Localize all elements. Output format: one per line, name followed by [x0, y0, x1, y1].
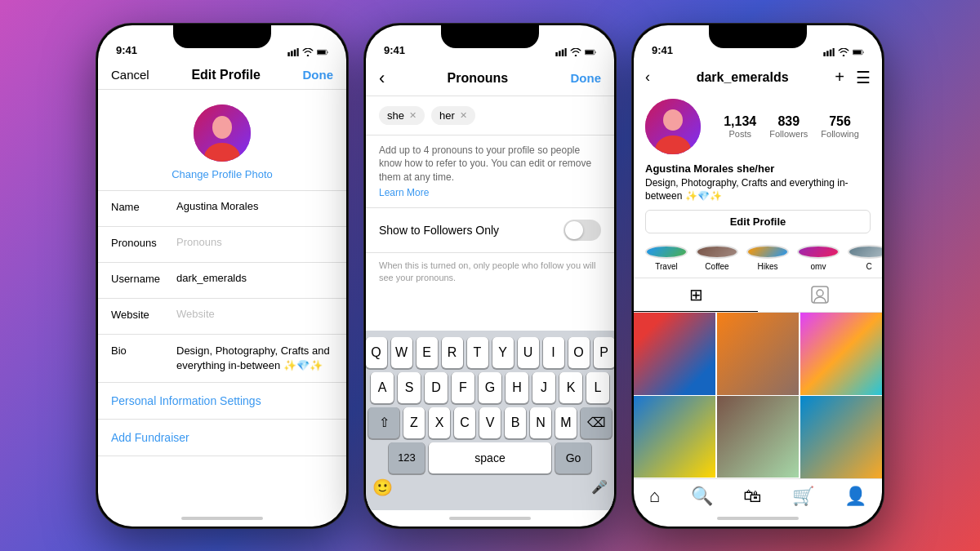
name-field[interactable]: Name Agustina Morales	[98, 191, 346, 227]
key-c[interactable]: C	[454, 407, 475, 438]
key-n[interactable]: N	[530, 407, 551, 438]
grid-photo-2[interactable]	[717, 313, 799, 394]
key-j[interactable]: J	[532, 372, 555, 403]
battery-icon-2	[585, 48, 596, 56]
status-icons-1	[287, 48, 328, 56]
home-indicator-1	[98, 510, 346, 527]
key-123[interactable]: 123	[389, 442, 425, 473]
highlight-hikes[interactable]: Hikes	[746, 245, 789, 271]
remove-she-icon[interactable]: ✕	[409, 110, 416, 121]
add-fundraiser-link[interactable]: Add Fundraiser	[98, 420, 346, 456]
key-o[interactable]: O	[568, 337, 590, 368]
grid-photo-6[interactable]	[800, 396, 882, 478]
chip-she[interactable]: she ✕	[379, 106, 425, 125]
edit-profile-button[interactable]: Edit Profile	[645, 210, 871, 233]
tab-shop-icon[interactable]: 🛍	[743, 486, 761, 507]
grid-tab-posts[interactable]: ⊞	[634, 278, 758, 312]
profile-avatar-image	[645, 99, 701, 154]
key-u[interactable]: U	[518, 337, 539, 368]
key-go[interactable]: Go	[555, 442, 591, 473]
key-t[interactable]: T	[467, 337, 488, 368]
key-m[interactable]: M	[555, 407, 577, 438]
highlight-travel[interactable]: Travel	[645, 245, 688, 271]
status-time-1: 9:41	[116, 44, 137, 56]
highlight-coffee[interactable]: Coffee	[696, 245, 738, 271]
key-a[interactable]: A	[371, 372, 394, 403]
pronouns-done-button[interactable]: Done	[571, 71, 602, 85]
bio-field[interactable]: Bio Design, Photography, Crafts and ever…	[98, 335, 346, 383]
key-d[interactable]: D	[425, 372, 448, 403]
toggle-switch[interactable]	[564, 220, 601, 241]
chip-her-text: her	[439, 109, 455, 122]
battery-icon-3	[853, 48, 864, 56]
pronouns-field[interactable]: Pronouns Pronouns	[98, 227, 346, 263]
svg-rect-20	[853, 50, 862, 53]
grid-tab-tagged[interactable]	[758, 278, 882, 312]
key-h[interactable]: H	[506, 372, 528, 403]
learn-more-link[interactable]: Learn More	[379, 187, 429, 198]
key-s[interactable]: S	[398, 372, 421, 403]
chip-her[interactable]: her ✕	[431, 106, 475, 125]
svg-rect-5	[318, 50, 326, 53]
svg-rect-3	[297, 48, 299, 56]
key-y[interactable]: Y	[492, 337, 514, 368]
key-x[interactable]: X	[429, 407, 450, 438]
profile-back-button[interactable]: ‹	[645, 69, 650, 86]
highlight-omv[interactable]: omv	[797, 245, 840, 271]
status-time-3: 9:41	[652, 44, 673, 56]
grid-tabs: ⊞	[634, 278, 882, 313]
key-r[interactable]: R	[442, 337, 463, 368]
key-k[interactable]: K	[559, 372, 582, 403]
shift-key[interactable]: ⇧	[368, 407, 399, 438]
microphone-key[interactable]: 🎤	[591, 479, 608, 495]
delete-key[interactable]: ⌫	[581, 407, 612, 438]
grid-photo-5[interactable]	[717, 396, 799, 478]
toggle-label: Show to Followers Only	[379, 224, 499, 237]
followers-stat[interactable]: 839 Followers	[769, 114, 808, 139]
menu-icon[interactable]: ☰	[856, 68, 871, 87]
personal-information-settings-link[interactable]: Personal Information Settings	[98, 383, 346, 420]
key-z[interactable]: Z	[403, 407, 425, 438]
tab-profile-icon[interactable]: 👤	[844, 486, 866, 507]
key-v[interactable]: V	[479, 407, 501, 438]
key-w[interactable]: W	[391, 337, 412, 368]
change-profile-photo-button[interactable]: Change Profile Photo	[172, 168, 273, 180]
key-l[interactable]: L	[586, 372, 609, 403]
bio-label: Bio	[111, 344, 176, 357]
add-icon[interactable]: +	[835, 68, 844, 87]
svg-rect-10	[559, 51, 561, 56]
keyboard-bottom-row: 🙂 🎤	[369, 478, 611, 497]
done-button[interactable]: Done	[303, 68, 334, 82]
key-q[interactable]: Q	[366, 337, 387, 368]
highlight-c[interactable]: C	[848, 245, 882, 271]
grid-photo-1[interactable]	[634, 313, 715, 394]
posts-stat: 1,134 Posts	[724, 114, 756, 139]
phone-profile: 9:41 ‹ dark_emeralds + ☰	[631, 23, 884, 529]
cancel-button[interactable]: Cancel	[111, 68, 149, 82]
svg-rect-0	[287, 52, 290, 56]
key-i[interactable]: I	[543, 337, 564, 368]
grid-photo-4[interactable]	[634, 396, 715, 478]
following-stat[interactable]: 756 Following	[821, 114, 858, 139]
remove-her-icon[interactable]: ✕	[460, 110, 467, 121]
pronouns-label: Pronouns	[111, 236, 176, 249]
back-button[interactable]: ‹	[379, 68, 385, 89]
key-space[interactable]: space	[429, 442, 551, 473]
tab-search-icon[interactable]: 🔍	[691, 486, 713, 507]
avatar[interactable]	[194, 104, 251, 162]
highlight-c-label: C	[866, 262, 871, 271]
key-e[interactable]: E	[416, 337, 438, 368]
tab-bag-icon[interactable]: 🛒	[792, 486, 814, 507]
tab-home-icon[interactable]: ⌂	[649, 486, 660, 507]
key-p[interactable]: P	[594, 337, 615, 368]
bio-value: Design, Photography, Crafts and everythi…	[176, 344, 333, 373]
phone-edit-profile: 9:41 Cancel Edit Profile Done	[96, 23, 349, 529]
website-field[interactable]: Website Website	[98, 299, 346, 335]
key-g[interactable]: G	[479, 372, 501, 403]
screen-content-2: ‹ Pronouns Done she ✕ her ✕ Add up to 4 …	[366, 61, 614, 510]
grid-photo-3[interactable]	[800, 313, 882, 394]
key-b[interactable]: B	[505, 407, 526, 438]
emoji-key[interactable]: 🙂	[372, 478, 393, 497]
username-field[interactable]: Username dark_emeralds	[98, 263, 346, 299]
key-f[interactable]: F	[452, 372, 474, 403]
